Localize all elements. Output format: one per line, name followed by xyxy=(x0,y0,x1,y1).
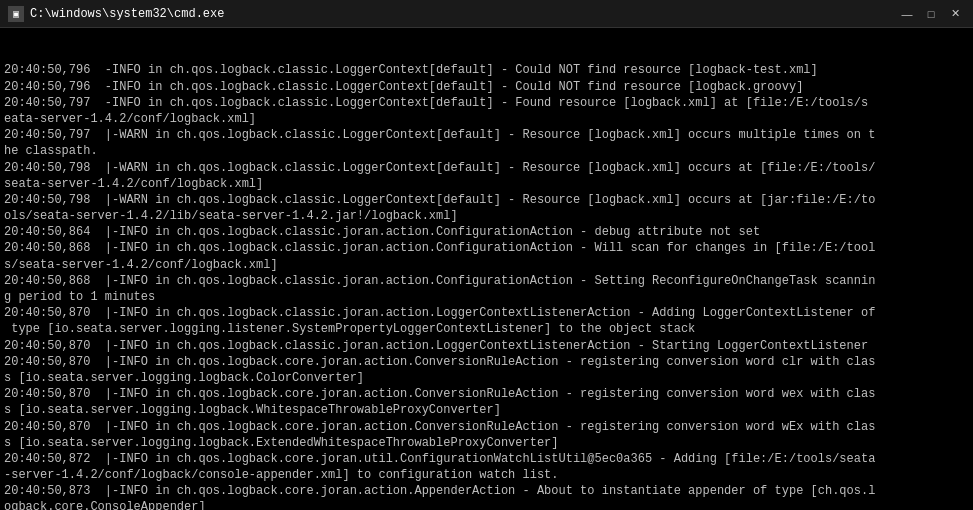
log-line: g period to 1 minutes xyxy=(4,289,969,305)
log-line: 20:40:50,870 |-INFO in ch.qos.logback.cl… xyxy=(4,305,969,321)
log-line: ols/seata-server-1.4.2/lib/seata-server-… xyxy=(4,208,969,224)
log-line: 20:40:50,797 -INFO in ch.qos.logback.cla… xyxy=(4,95,969,111)
log-line: type [io.seata.server.logging.listener.S… xyxy=(4,321,969,337)
log-line: 20:40:50,798 |-WARN in ch.qos.logback.cl… xyxy=(4,192,969,208)
log-line: 20:40:50,868 |-INFO in ch.qos.logback.cl… xyxy=(4,240,969,256)
log-line: s [io.seata.server.logging.logback.White… xyxy=(4,402,969,418)
log-line: ogback.core.ConsoleAppender] xyxy=(4,499,969,510)
log-line: eata-server-1.4.2/conf/logback.xml] xyxy=(4,111,969,127)
log-line: 20:40:50,796 -INFO in ch.qos.logback.cla… xyxy=(4,79,969,95)
log-line: s/seata-server-1.4.2/conf/logback.xml] xyxy=(4,257,969,273)
log-line: 20:40:50,873 |-INFO in ch.qos.logback.co… xyxy=(4,483,969,499)
title-bar-left: ▣ C:\windows\system32\cmd.exe xyxy=(8,6,224,22)
log-line: 20:40:50,870 |-INFO in ch.qos.logback.co… xyxy=(4,354,969,370)
log-line: 20:40:50,868 |-INFO in ch.qos.logback.cl… xyxy=(4,273,969,289)
window-controls: — □ ✕ xyxy=(897,4,965,24)
cmd-icon: ▣ xyxy=(8,6,24,22)
log-line: 20:40:50,870 |-INFO in ch.qos.logback.cl… xyxy=(4,338,969,354)
window-title: C:\windows\system32\cmd.exe xyxy=(30,7,224,21)
window: ▣ C:\windows\system32\cmd.exe — □ ✕ 20:4… xyxy=(0,0,973,510)
maximize-button[interactable]: □ xyxy=(921,4,941,24)
log-line: 20:40:50,870 |-INFO in ch.qos.logback.co… xyxy=(4,419,969,435)
close-button[interactable]: ✕ xyxy=(945,4,965,24)
log-line: seata-server-1.4.2/conf/logback.xml] xyxy=(4,176,969,192)
log-line: 20:40:50,797 |-WARN in ch.qos.logback.cl… xyxy=(4,127,969,143)
log-line: 20:40:50,796 -INFO in ch.qos.logback.cla… xyxy=(4,62,969,78)
log-line: s [io.seata.server.logging.logback.Color… xyxy=(4,370,969,386)
log-line: 20:40:50,870 |-INFO in ch.qos.logback.co… xyxy=(4,386,969,402)
console-output: 20:40:50,796 -INFO in ch.qos.logback.cla… xyxy=(0,28,973,510)
title-bar: ▣ C:\windows\system32\cmd.exe — □ ✕ xyxy=(0,0,973,28)
log-line: he classpath. xyxy=(4,143,969,159)
log-line: -server-1.4.2/conf/logback/console-appen… xyxy=(4,467,969,483)
log-line: 20:40:50,864 |-INFO in ch.qos.logback.cl… xyxy=(4,224,969,240)
log-line: 20:40:50,798 |-WARN in ch.qos.logback.cl… xyxy=(4,160,969,176)
minimize-button[interactable]: — xyxy=(897,4,917,24)
log-line: s [io.seata.server.logging.logback.Exten… xyxy=(4,435,969,451)
log-line: 20:40:50,872 |-INFO in ch.qos.logback.co… xyxy=(4,451,969,467)
